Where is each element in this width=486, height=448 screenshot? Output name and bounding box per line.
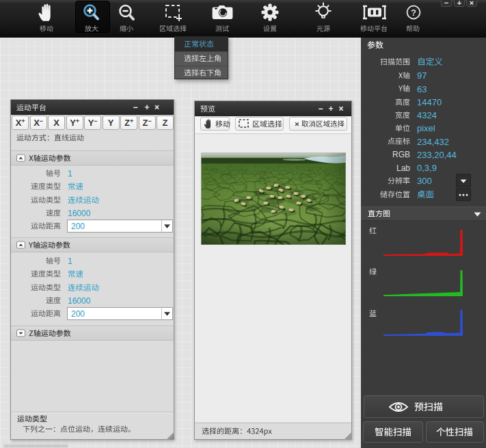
svg-text:?: ?	[411, 8, 416, 18]
